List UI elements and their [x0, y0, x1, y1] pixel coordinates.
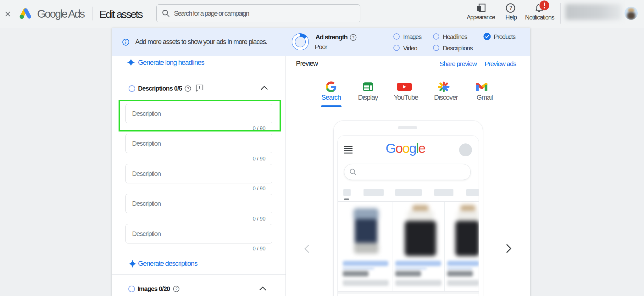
- svg-text:?: ?: [187, 87, 189, 91]
- svg-text:?: ?: [175, 287, 178, 291]
- svg-text:?: ?: [352, 36, 354, 40]
- svg-text:?: ?: [509, 5, 512, 11]
